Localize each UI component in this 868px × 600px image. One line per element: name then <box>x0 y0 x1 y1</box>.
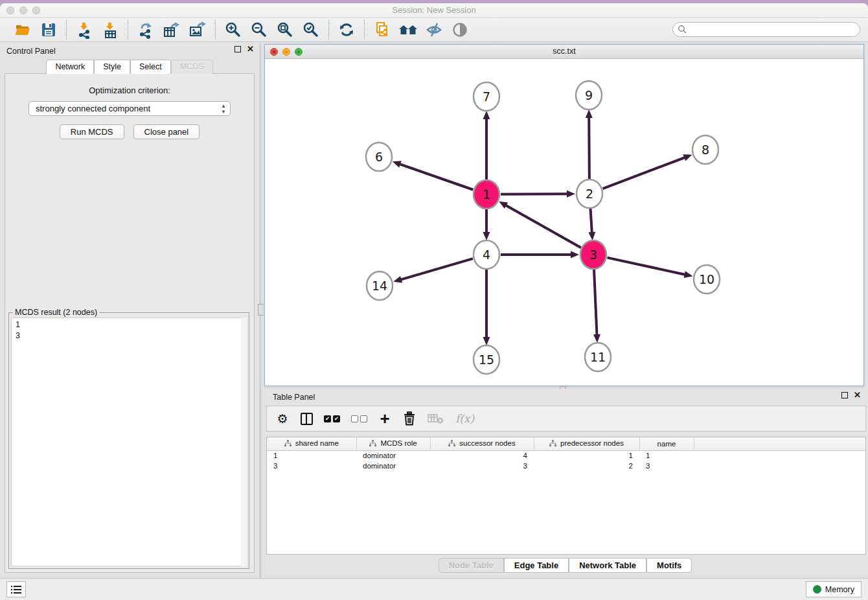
splitter-handle[interactable] <box>258 304 264 316</box>
close-panel-button[interactable]: Close panel <box>133 124 200 139</box>
zoom-selected-icon[interactable] <box>300 20 322 40</box>
maximize-window-button[interactable] <box>32 6 40 14</box>
graph-edge-arrow <box>483 111 490 119</box>
graph-edge-2-9[interactable] <box>589 116 589 179</box>
network-canvas[interactable]: 7968124314101511 <box>265 59 863 386</box>
network-minimize-icon[interactable]: − <box>282 48 290 56</box>
graph-edge-3-10[interactable] <box>607 258 686 275</box>
home-layout-icon[interactable] <box>397 20 419 40</box>
select-all-icon[interactable]: ✔✔ <box>324 415 340 422</box>
cell-name[interactable]: 3 <box>639 461 694 471</box>
zoom-in-icon[interactable] <box>222 20 244 40</box>
column-header-mcds-role[interactable]: MCDS role <box>356 437 430 450</box>
cell-mcds-role[interactable]: dominator <box>356 450 430 461</box>
network-maximize-icon[interactable]: + <box>295 48 303 56</box>
graph-edge-1-2[interactable] <box>501 194 569 194</box>
network-window-titlebar: ✕ − + scc.txt <box>265 45 863 59</box>
column-header-successor-nodes[interactable]: successor nodes <box>430 437 534 450</box>
graph-node-label-7: 7 <box>483 89 490 104</box>
graph-node-label-1: 1 <box>483 187 490 202</box>
network-close-icon[interactable]: ✕ <box>270 48 278 56</box>
main-content: Control Panel ✕ Network Style Select MCD… <box>0 43 868 578</box>
deselect-all-icon[interactable] <box>351 415 367 422</box>
tab-edge-table[interactable]: Edge Table <box>504 558 569 573</box>
optimization-criterion-label: Optimization criterion: <box>5 86 254 95</box>
cell-name[interactable]: 1 <box>639 450 694 461</box>
tab-mcds[interactable]: MCDS <box>171 60 213 74</box>
show-columns-icon[interactable] <box>300 413 313 425</box>
tab-node-table[interactable]: Node Table <box>439 558 504 573</box>
graph-edge-arrow <box>683 154 692 161</box>
criterion-dropdown[interactable]: strongly connected component ▲▼ <box>29 101 231 116</box>
memory-label: Memory <box>825 585 854 594</box>
zoom-out-icon[interactable] <box>248 20 270 40</box>
graph-edge-2-3[interactable] <box>590 208 592 234</box>
tab-network[interactable]: Network <box>46 60 94 74</box>
open-file-icon[interactable] <box>12 20 34 40</box>
table-settings-icon[interactable]: ⚙ <box>276 412 289 425</box>
memory-status-icon <box>813 585 821 594</box>
graph-edge-3-1[interactable] <box>505 205 581 248</box>
table-row[interactable]: 1 dominator 4 1 1 <box>267 450 865 461</box>
tab-select[interactable]: Select <box>130 60 171 74</box>
save-session-icon[interactable] <box>38 20 60 40</box>
hide-details-icon[interactable] <box>423 20 445 40</box>
show-details-icon[interactable] <box>449 20 471 40</box>
graph-node-label-3: 3 <box>589 248 597 262</box>
table-float-icon[interactable] <box>841 392 848 398</box>
memory-button[interactable]: Memory <box>806 581 862 597</box>
graph-edge-4-14[interactable] <box>400 259 473 280</box>
result-scrollbar[interactable] <box>241 317 247 566</box>
header-filler <box>694 437 865 450</box>
zoom-fit-icon[interactable] <box>274 20 296 40</box>
graph-edge-2-8[interactable] <box>603 157 687 189</box>
copy-network-icon[interactable] <box>371 20 393 40</box>
tab-network-table[interactable]: Network Table <box>569 558 646 573</box>
graph-edge-3-11[interactable] <box>594 269 597 336</box>
cell-shared-name[interactable]: 1 <box>267 450 356 461</box>
control-panel-header: Control Panel ✕ <box>0 43 259 60</box>
window-traffic-lights[interactable] <box>6 6 40 14</box>
close-panel-icon[interactable]: ✕ <box>247 46 254 52</box>
tab-style[interactable]: Style <box>94 60 130 74</box>
graph-edge-1-6[interactable] <box>398 164 473 190</box>
control-panel-tabs: Network Style Select MCDS <box>0 60 259 74</box>
minimize-window-button[interactable] <box>19 6 27 14</box>
delete-column-icon[interactable] <box>402 411 417 426</box>
import-table-icon[interactable] <box>99 20 121 40</box>
control-panel: Control Panel ✕ Network Style Select MCD… <box>0 43 259 578</box>
vertical-splitter[interactable] <box>260 43 262 578</box>
tab-motifs[interactable]: Motifs <box>646 558 692 573</box>
run-mcds-button[interactable]: Run MCDS <box>60 124 124 139</box>
export-table-icon[interactable] <box>161 20 183 40</box>
mcds-result-text[interactable]: 1 3 <box>11 317 247 566</box>
export-image-icon[interactable] <box>187 20 209 40</box>
cell-mcds-role[interactable]: dominator <box>356 461 430 471</box>
refresh-icon[interactable] <box>336 20 358 40</box>
table-panel-header: Table Panel ✕ <box>264 389 866 406</box>
table-row[interactable]: 3 dominator 3 2 3 <box>267 461 865 471</box>
graph-edge-arrow <box>393 276 402 283</box>
task-history-button[interactable] <box>6 581 26 597</box>
column-header-shared-name[interactable]: shared name <box>267 437 356 450</box>
cell-successor-nodes[interactable]: 4 <box>430 450 534 461</box>
cell-successor-nodes[interactable]: 3 <box>430 461 534 471</box>
close-window-button[interactable] <box>6 6 14 14</box>
cell-predecessor-nodes[interactable]: 2 <box>534 461 639 471</box>
dropdown-stepper-icon: ▲▼ <box>221 103 226 115</box>
add-column-icon[interactable]: + <box>378 413 391 424</box>
export-network-icon[interactable] <box>135 20 157 40</box>
graph-node-label-6: 6 <box>375 150 383 164</box>
column-header-name[interactable]: name <box>639 437 694 450</box>
window-titlebar: Session: New Session <box>0 3 868 18</box>
application-window: Session: New Session <box>0 0 868 600</box>
float-panel-icon[interactable] <box>234 46 241 52</box>
cell-predecessor-nodes[interactable]: 1 <box>534 450 639 461</box>
search-input[interactable] <box>672 22 860 37</box>
column-header-predecessor-nodes[interactable]: predecessor nodes <box>534 437 639 450</box>
control-panel-title: Control Panel <box>6 47 56 56</box>
import-network-icon[interactable] <box>73 20 95 40</box>
table-close-icon[interactable]: ✕ <box>854 392 861 398</box>
network-view-window: ✕ − + scc.txt 7968124314101511 <box>264 44 864 386</box>
cell-shared-name[interactable]: 3 <box>267 461 356 471</box>
